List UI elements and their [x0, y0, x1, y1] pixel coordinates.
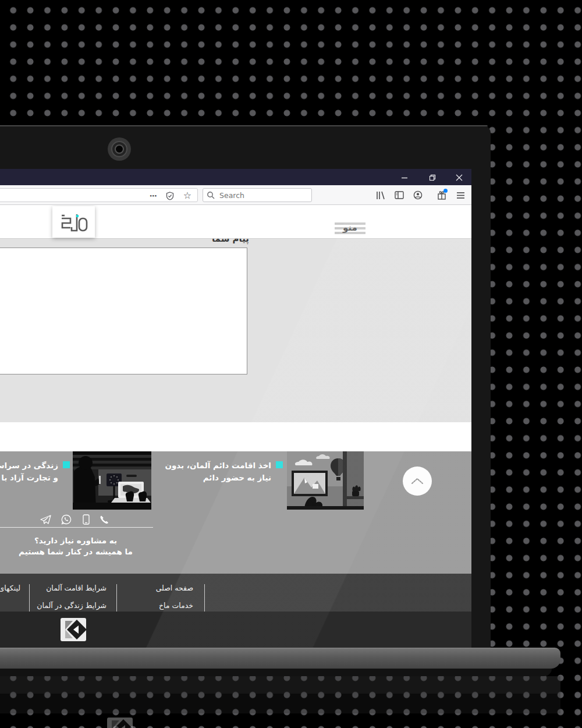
account-icon[interactable] — [413, 190, 423, 200]
footer-divider — [116, 584, 117, 612]
footer-link-residence-conditions[interactable]: شرایط اقامت آلمان — [46, 584, 107, 592]
desktop-background: ⋯ ☆ — [0, 0, 582, 728]
site-logo[interactable] — [52, 206, 95, 238]
menu-hamburger-icon[interactable] — [455, 190, 466, 200]
framed-picture — [292, 471, 328, 496]
consult-text: به مشاوره نیاز دارید؟ ما همیشه در کنار ش… — [0, 535, 163, 557]
whatsapp-icon[interactable] — [61, 514, 72, 525]
menu-button-label: منو — [335, 222, 365, 234]
accent-bullet-icon — [63, 461, 70, 468]
reflection — [0, 694, 560, 713]
sidebar-icon[interactable] — [394, 190, 404, 200]
promo-line: و تجارت آزاد با — [1, 473, 58, 482]
promo-line: زندگی در سراسر — [0, 461, 58, 470]
browser-window: ⋯ ☆ — [0, 169, 471, 648]
laptop-base — [0, 648, 560, 669]
kd-designer-logo[interactable] — [61, 618, 86, 641]
whats-new-gift-icon[interactable] — [436, 190, 447, 200]
accent-bullet-icon — [276, 461, 283, 468]
browser-titlebar — [0, 169, 471, 185]
search-input[interactable] — [218, 190, 300, 200]
page-actions-icon[interactable]: ⋯ — [148, 190, 159, 201]
reflection — [0, 676, 560, 694]
consult-line1: به مشاوره نیاز دارید؟ — [34, 536, 117, 545]
footer-link-living-conditions[interactable]: شرایط زندگی در آلمان — [37, 601, 107, 610]
url-bar[interactable]: ⋯ ☆ — [0, 188, 198, 202]
browser-toolbar: ⋯ ☆ — [0, 185, 471, 205]
promo-line: اخذ اقامت دائم آلمان، بدون — [165, 461, 271, 470]
restore-button[interactable] — [425, 172, 440, 183]
reflected-kd-logo — [107, 718, 133, 728]
phone-icon[interactable] — [98, 514, 110, 525]
close-button[interactable] — [452, 172, 467, 183]
menu-button[interactable]: منو — [335, 222, 365, 235]
search-box[interactable] — [203, 188, 312, 202]
chevron-up-icon — [411, 478, 424, 485]
footer-divider — [29, 584, 30, 612]
mobile-icon[interactable] — [80, 514, 92, 525]
laptop-base-edge — [0, 669, 552, 676]
laptop-bezel-highlight — [0, 125, 488, 126]
consult-line2: ما همیشه در کنار شما هستیم — [19, 547, 133, 556]
promo-line: نیاز به حضور دائم — [203, 473, 271, 482]
footer-link-links[interactable]: لینکهای — [0, 584, 20, 592]
footer-link-home[interactable]: صفحه اصلی — [156, 584, 193, 592]
bookmark-star-icon[interactable]: ☆ — [182, 190, 193, 201]
webpage-viewport: پیام شما منو — [0, 205, 471, 648]
notification-dot — [443, 189, 448, 193]
library-icon[interactable] — [375, 190, 386, 200]
divider-line — [0, 527, 153, 528]
footer-link-services[interactable]: خدمات ماخ — [159, 601, 193, 610]
tracking-shield-icon[interactable] — [165, 190, 175, 201]
footer-divider — [204, 584, 205, 612]
webcam — [108, 137, 131, 161]
section-spacer — [0, 422, 471, 451]
makh-logo-icon — [59, 211, 88, 233]
minimize-button[interactable] — [397, 172, 412, 183]
scroll-to-top-button[interactable] — [403, 467, 432, 496]
promo-image-office — [73, 451, 151, 510]
promo-item-residence[interactable]: اخذ اقامت دائم آلمان، بدون نیاز به حضور … — [165, 460, 283, 484]
search-icon — [207, 191, 215, 199]
promo-image-relax — [287, 451, 364, 510]
message-textarea[interactable] — [0, 248, 247, 374]
telegram-icon[interactable] — [40, 514, 51, 525]
promo-item-life[interactable]: زندگی در سراسر و تجارت آزاد با — [0, 460, 70, 484]
